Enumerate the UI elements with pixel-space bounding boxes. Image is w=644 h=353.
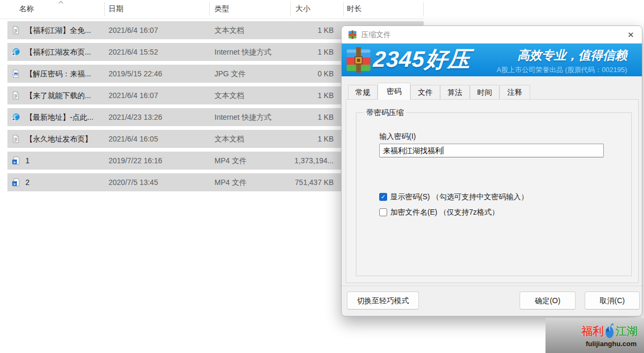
file-name: 【最新地址】-点此... <box>25 108 93 126</box>
file-size: 1 KB <box>246 86 334 104</box>
tab-file[interactable]: 文件 <box>410 85 440 99</box>
column-divider <box>343 2 344 16</box>
password-input-label: 输入密码(I) <box>379 132 416 142</box>
file-date: 2021/4/23 13:26 <box>109 108 162 126</box>
file-size: 1 KB <box>246 43 334 61</box>
password-input[interactable]: 来福利江湖找福利 <box>379 144 604 157</box>
file-type: 文本文档 <box>214 130 244 148</box>
file-type: JPG 文件 <box>214 65 246 83</box>
column-divider <box>290 2 291 16</box>
column-header-date[interactable]: 日期 <box>109 4 123 14</box>
haozip-logo-icon <box>346 47 371 73</box>
dialog-titlebar[interactable]: 压缩文件 ✕ <box>342 26 642 43</box>
watermark-brand-right: 江湖 <box>615 325 638 337</box>
cancel-button[interactable]: 取消(C) <box>585 292 640 310</box>
banner-slogan: 高效专业，值得信赖 <box>497 47 627 64</box>
show-password-label[interactable]: 显示密码(S) （勾选可支持中文密码输入） <box>390 192 529 201</box>
tab-algorithm[interactable]: 算法 <box>440 85 470 99</box>
sort-ascending-icon <box>59 2 64 6</box>
encrypt-filename-checkbox[interactable] <box>379 208 387 216</box>
column-divider <box>104 2 105 16</box>
close-icon[interactable]: ✕ <box>624 28 638 42</box>
banner-subtext: A股上市公司荣誉出品 (股票代码：002195) <box>497 65 627 75</box>
ok-button[interactable]: 确定(O) <box>520 292 576 310</box>
mp4-file-icon <box>12 156 20 165</box>
site-watermark: 福利江湖 fulijianghu.com <box>545 318 644 353</box>
mouse-icon <box>604 323 615 339</box>
password-value: 来福利江湖找福利 <box>383 146 442 155</box>
brand-wordmark: 2345好压 <box>372 46 471 73</box>
column-divider <box>209 2 210 16</box>
compress-file-dialog: 压缩文件 ✕ 2345好压 高效专业，值得信赖 A股上市公司荣誉出品 (股票代码… <box>341 25 642 316</box>
watermark-brand-left: 福利 <box>582 325 604 337</box>
column-header-name[interactable]: 名称 <box>19 4 34 14</box>
file-name: 1 <box>25 152 30 170</box>
file-size: 1,373,194... <box>246 152 334 170</box>
dialog-title: 压缩文件 <box>361 26 391 43</box>
file-type: MP4 文件 <box>214 173 247 191</box>
tab-comment[interactable]: 注释 <box>499 85 530 99</box>
file-name: 【福利江湖发布页... <box>25 43 91 61</box>
file-date: 2021/6/4 15:52 <box>109 43 158 61</box>
text-caret <box>443 146 443 154</box>
file-type: MP4 文件 <box>214 152 247 170</box>
watermark-domain: fulijianghu.com <box>586 340 637 348</box>
mp4-file-icon <box>12 178 20 187</box>
file-name: 【解压密码：来福... <box>25 65 91 83</box>
file-type: 文本文档 <box>214 21 244 39</box>
file-name: 【福利江湖】全免... <box>25 21 91 39</box>
column-header-size[interactable]: 大小 <box>296 4 310 14</box>
haozip-icon <box>348 30 357 39</box>
text-file-icon <box>12 91 20 100</box>
edge-shortcut-icon <box>12 48 20 56</box>
file-date: 2021/6/4 16:07 <box>109 86 158 104</box>
footer-divider <box>342 286 642 286</box>
tab-general[interactable]: 常规 <box>348 85 378 99</box>
file-type: 文本文档 <box>214 86 244 104</box>
file-name: 2 <box>25 173 30 191</box>
haozip-banner: 2345好压 高效专业，值得信赖 A股上市公司荣誉出品 (股票代码：002195… <box>342 43 642 76</box>
file-size: 0 KB <box>246 65 334 83</box>
file-name: 【永久地址发布页】 <box>25 130 92 148</box>
text-file-icon <box>12 26 20 34</box>
column-header-type[interactable]: 类型 <box>214 4 229 14</box>
show-password-checkbox[interactable]: ✓ <box>379 193 387 201</box>
tab-time[interactable]: 时间 <box>470 85 499 99</box>
password-groupbox: 带密码压缩 输入密码(I) 来福利江湖找福利 ✓ 显示密码(S) （勾选可支持中… <box>356 112 632 276</box>
file-list-header: 名称 日期 类型 大小 时长 <box>0 0 424 19</box>
tab-password[interactable]: 密码 <box>378 83 410 100</box>
jpg-file-icon <box>12 69 20 78</box>
file-size: 1 KB <box>246 21 334 39</box>
file-date: 2021/6/4 16:05 <box>109 130 158 148</box>
file-date: 2020/7/5 13:45 <box>109 173 158 191</box>
text-file-icon <box>12 135 20 143</box>
file-date: 2019/7/22 16:16 <box>109 152 162 170</box>
column-divider <box>423 2 424 16</box>
file-date: 2021/6/4 16:07 <box>109 21 158 39</box>
edge-shortcut-icon <box>12 113 20 121</box>
groupbox-legend: 带密码压缩 <box>364 108 406 118</box>
file-size: 1 KB <box>246 108 334 126</box>
file-date: 2019/5/15 22:46 <box>109 65 162 83</box>
file-name: 【来了就能下载的... <box>25 86 91 104</box>
file-size: 1 KB <box>246 130 334 148</box>
column-header-duration[interactable]: 时长 <box>347 4 362 14</box>
switch-light-mode-button[interactable]: 切换至轻巧模式 <box>347 292 419 310</box>
file-size: 751,437 KB <box>246 173 334 191</box>
encrypt-filename-label[interactable]: 加密文件名(E) （仅支持7z格式） <box>390 208 499 217</box>
